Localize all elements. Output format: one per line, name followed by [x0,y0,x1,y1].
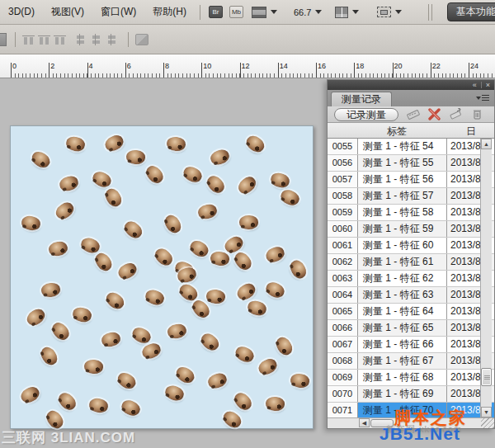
measurement-scale-icon[interactable] [406,108,420,120]
align-bottom-edges-icon[interactable] [54,34,66,45]
menu-3d[interactable]: 3D(D) [0,0,43,24]
seed-object[interactable] [246,299,268,318]
table-row[interactable]: 0069测量 1 - 特征 682013/8 [328,370,494,386]
seed-object[interactable] [256,356,279,377]
align-left-edges-icon[interactable] [74,34,87,45]
column-header-date[interactable]: 日 [466,125,476,139]
scroll-up-icon[interactable]: ▲ [481,139,492,149]
delete-measurement-icon[interactable] [427,108,441,120]
seed-object[interactable] [181,163,204,185]
seed-object[interactable] [206,371,229,390]
seed-object[interactable] [187,238,211,260]
menu-view[interactable]: 视图(V) [43,0,92,24]
seed-object[interactable] [205,288,226,304]
seed-object[interactable] [121,218,144,241]
seed-object[interactable] [220,408,244,431]
seed-object[interactable] [92,250,115,274]
seed-object[interactable] [87,397,109,414]
mini-bridge-button[interactable]: Mb [229,6,243,18]
table-row[interactable]: 0058测量 1 - 特征 572013/8 [328,188,494,205]
table-row[interactable]: 0064测量 1 - 特征 632013/8 [328,287,494,304]
align-horizontal-centers-icon[interactable] [90,34,102,45]
seed-object[interactable] [58,174,80,192]
table-row[interactable]: 0065测量 1 - 特征 642013/8 [328,304,494,320]
zoom-level-dropdown[interactable]: 66.7 [294,7,322,17]
menu-window[interactable]: 窗口(W) [92,0,144,24]
seed-object[interactable] [116,261,139,282]
seed-object[interactable] [102,186,124,209]
seed-object[interactable] [125,149,145,165]
table-row[interactable]: 0061测量 1 - 特征 602013/8 [328,238,494,254]
seed-object[interactable] [101,331,122,348]
seed-object[interactable] [264,244,287,264]
seed-object[interactable] [64,134,87,153]
seed-object[interactable] [83,359,103,375]
tab-measurement-log[interactable]: 测量记录 [331,92,392,106]
table-row[interactable]: 0062测量 1 - 特征 612013/8 [328,254,494,271]
seed-object[interactable] [235,174,259,197]
seed-object[interactable] [152,245,175,268]
collapse-panel-icon[interactable]: « [469,82,481,89]
seed-object[interactable] [209,148,231,167]
seed-object[interactable] [29,149,53,171]
view-extras-dropdown[interactable] [252,7,277,18]
panel-menu-icon[interactable] [476,94,489,102]
table-row[interactable]: 0068测量 1 - 特征 672013/8 [328,353,494,370]
table-row[interactable]: 0055测量 1 - 特征 542013/8 [328,139,494,155]
align-top-edges-icon[interactable] [22,34,35,45]
seed-object[interactable] [71,305,93,323]
seed-object[interactable] [140,342,163,361]
seed-object[interactable] [163,383,186,403]
seed-object[interactable] [50,319,73,343]
seed-object[interactable] [40,282,60,298]
seed-object[interactable] [265,396,285,412]
seed-object[interactable] [53,200,77,222]
table-row[interactable]: 0066测量 1 - 特征 652013/8 [328,320,494,337]
seed-object[interactable] [232,249,255,273]
seed-object[interactable] [231,389,254,413]
table-row[interactable]: 0057测量 1 - 特征 562013/8 [328,172,494,188]
align-vertical-centers-icon[interactable] [38,34,50,45]
seed-object[interactable] [278,187,301,208]
seed-object[interactable] [144,288,166,308]
screen-mode-dropdown[interactable] [377,7,402,17]
seed-object[interactable] [90,169,113,191]
seed-object[interactable] [210,250,231,267]
seed-object[interactable] [119,398,142,418]
workspace-switcher-button[interactable]: 基本功能 [447,2,495,21]
seed-object[interactable] [20,215,41,232]
horizontal-ruler[interactable]: 024681012141618202224 [0,54,495,78]
seed-object[interactable] [102,133,125,153]
seed-object[interactable] [173,364,197,386]
vertical-scrollbar-thumb[interactable] [481,368,492,386]
panel-resize-grip[interactable] [481,417,494,428]
menu-help[interactable]: 帮助(H) [144,0,195,24]
seed-object[interactable] [290,372,311,389]
seed-object[interactable] [239,215,259,230]
seed-object[interactable] [167,323,187,339]
seed-object[interactable] [166,135,186,152]
seed-object[interactable] [38,344,60,368]
close-panel-icon[interactable]: × [482,82,494,89]
seed-object[interactable] [130,324,153,346]
seed-object[interactable] [18,384,41,406]
seed-object[interactable] [103,290,127,313]
trash-icon[interactable] [470,108,484,120]
seed-object[interactable] [79,235,102,255]
seed-object[interactable] [48,240,68,257]
seed-object[interactable] [144,163,167,186]
export-measurements-icon[interactable] [449,108,463,120]
seed-object[interactable] [55,389,78,413]
vertical-scrollbar[interactable]: ▲ ▼ [480,139,492,419]
seed-object[interactable] [198,330,221,353]
table-row[interactable]: 0060测量 1 - 特征 592013/8 [328,221,494,238]
seed-object[interactable] [288,257,309,281]
bridge-button[interactable]: Br [209,6,223,18]
table-row[interactable]: 0056测量 1 - 特征 552013/8 [328,155,494,172]
auto-align-layers-icon[interactable] [135,34,148,45]
seed-object[interactable] [269,171,291,190]
seed-object[interactable] [24,306,48,328]
seed-object[interactable] [204,172,227,196]
arrange-documents-dropdown[interactable] [335,7,359,18]
seed-object[interactable] [115,370,139,392]
